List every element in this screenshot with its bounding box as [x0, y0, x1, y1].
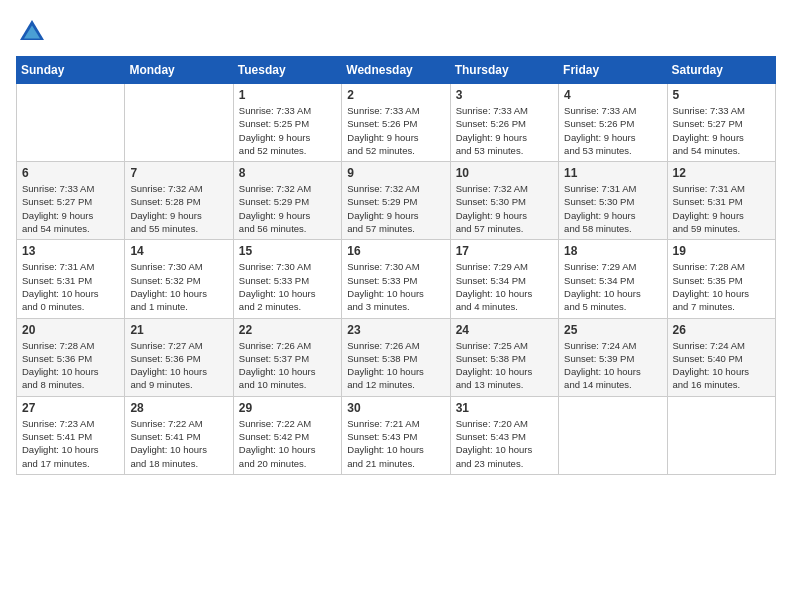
- day-info: Sunrise: 7:20 AM Sunset: 5:43 PM Dayligh…: [456, 417, 553, 470]
- day-number: 13: [22, 244, 119, 258]
- calendar-day-cell: 20Sunrise: 7:28 AM Sunset: 5:36 PM Dayli…: [17, 318, 125, 396]
- day-info: Sunrise: 7:22 AM Sunset: 5:42 PM Dayligh…: [239, 417, 336, 470]
- day-number: 5: [673, 88, 770, 102]
- day-info: Sunrise: 7:29 AM Sunset: 5:34 PM Dayligh…: [456, 260, 553, 313]
- day-info: Sunrise: 7:26 AM Sunset: 5:37 PM Dayligh…: [239, 339, 336, 392]
- calendar-day-cell: 28Sunrise: 7:22 AM Sunset: 5:41 PM Dayli…: [125, 396, 233, 474]
- day-number: 25: [564, 323, 661, 337]
- calendar-day-cell: 30Sunrise: 7:21 AM Sunset: 5:43 PM Dayli…: [342, 396, 450, 474]
- day-info: Sunrise: 7:21 AM Sunset: 5:43 PM Dayligh…: [347, 417, 444, 470]
- day-number: 19: [673, 244, 770, 258]
- day-number: 10: [456, 166, 553, 180]
- calendar-day-cell: [17, 84, 125, 162]
- calendar-day-cell: 18Sunrise: 7:29 AM Sunset: 5:34 PM Dayli…: [559, 240, 667, 318]
- calendar-day-cell: 22Sunrise: 7:26 AM Sunset: 5:37 PM Dayli…: [233, 318, 341, 396]
- weekday-header: Friday: [559, 57, 667, 84]
- day-info: Sunrise: 7:26 AM Sunset: 5:38 PM Dayligh…: [347, 339, 444, 392]
- day-number: 23: [347, 323, 444, 337]
- calendar-day-cell: [667, 396, 775, 474]
- calendar-week-row: 6Sunrise: 7:33 AM Sunset: 5:27 PM Daylig…: [17, 162, 776, 240]
- calendar-day-cell: 10Sunrise: 7:32 AM Sunset: 5:30 PM Dayli…: [450, 162, 558, 240]
- day-number: 31: [456, 401, 553, 415]
- day-info: Sunrise: 7:22 AM Sunset: 5:41 PM Dayligh…: [130, 417, 227, 470]
- day-info: Sunrise: 7:28 AM Sunset: 5:36 PM Dayligh…: [22, 339, 119, 392]
- calendar: SundayMondayTuesdayWednesdayThursdayFrid…: [16, 56, 776, 475]
- day-number: 11: [564, 166, 661, 180]
- day-info: Sunrise: 7:30 AM Sunset: 5:33 PM Dayligh…: [347, 260, 444, 313]
- day-number: 8: [239, 166, 336, 180]
- day-info: Sunrise: 7:33 AM Sunset: 5:27 PM Dayligh…: [22, 182, 119, 235]
- calendar-day-cell: 3Sunrise: 7:33 AM Sunset: 5:26 PM Daylig…: [450, 84, 558, 162]
- calendar-day-cell: 14Sunrise: 7:30 AM Sunset: 5:32 PM Dayli…: [125, 240, 233, 318]
- calendar-day-cell: 26Sunrise: 7:24 AM Sunset: 5:40 PM Dayli…: [667, 318, 775, 396]
- calendar-day-cell: 31Sunrise: 7:20 AM Sunset: 5:43 PM Dayli…: [450, 396, 558, 474]
- day-info: Sunrise: 7:24 AM Sunset: 5:40 PM Dayligh…: [673, 339, 770, 392]
- day-info: Sunrise: 7:33 AM Sunset: 5:26 PM Dayligh…: [456, 104, 553, 157]
- header: [16, 16, 776, 48]
- calendar-week-row: 1Sunrise: 7:33 AM Sunset: 5:25 PM Daylig…: [17, 84, 776, 162]
- calendar-day-cell: 12Sunrise: 7:31 AM Sunset: 5:31 PM Dayli…: [667, 162, 775, 240]
- calendar-week-row: 13Sunrise: 7:31 AM Sunset: 5:31 PM Dayli…: [17, 240, 776, 318]
- calendar-day-cell: 9Sunrise: 7:32 AM Sunset: 5:29 PM Daylig…: [342, 162, 450, 240]
- weekday-header: Monday: [125, 57, 233, 84]
- day-info: Sunrise: 7:30 AM Sunset: 5:32 PM Dayligh…: [130, 260, 227, 313]
- calendar-day-cell: 27Sunrise: 7:23 AM Sunset: 5:41 PM Dayli…: [17, 396, 125, 474]
- day-number: 15: [239, 244, 336, 258]
- day-number: 14: [130, 244, 227, 258]
- calendar-day-cell: 4Sunrise: 7:33 AM Sunset: 5:26 PM Daylig…: [559, 84, 667, 162]
- weekday-header: Tuesday: [233, 57, 341, 84]
- calendar-day-cell: 8Sunrise: 7:32 AM Sunset: 5:29 PM Daylig…: [233, 162, 341, 240]
- calendar-day-cell: 17Sunrise: 7:29 AM Sunset: 5:34 PM Dayli…: [450, 240, 558, 318]
- calendar-week-row: 27Sunrise: 7:23 AM Sunset: 5:41 PM Dayli…: [17, 396, 776, 474]
- logo-icon: [16, 16, 48, 48]
- calendar-header-row: SundayMondayTuesdayWednesdayThursdayFrid…: [17, 57, 776, 84]
- day-info: Sunrise: 7:27 AM Sunset: 5:36 PM Dayligh…: [130, 339, 227, 392]
- day-number: 30: [347, 401, 444, 415]
- calendar-day-cell: 16Sunrise: 7:30 AM Sunset: 5:33 PM Dayli…: [342, 240, 450, 318]
- day-number: 16: [347, 244, 444, 258]
- day-number: 29: [239, 401, 336, 415]
- logo: [16, 16, 52, 48]
- calendar-day-cell: 24Sunrise: 7:25 AM Sunset: 5:38 PM Dayli…: [450, 318, 558, 396]
- calendar-day-cell: 25Sunrise: 7:24 AM Sunset: 5:39 PM Dayli…: [559, 318, 667, 396]
- calendar-day-cell: 23Sunrise: 7:26 AM Sunset: 5:38 PM Dayli…: [342, 318, 450, 396]
- day-number: 12: [673, 166, 770, 180]
- day-info: Sunrise: 7:31 AM Sunset: 5:30 PM Dayligh…: [564, 182, 661, 235]
- day-info: Sunrise: 7:33 AM Sunset: 5:27 PM Dayligh…: [673, 104, 770, 157]
- day-number: 3: [456, 88, 553, 102]
- day-number: 9: [347, 166, 444, 180]
- day-number: 26: [673, 323, 770, 337]
- day-info: Sunrise: 7:31 AM Sunset: 5:31 PM Dayligh…: [22, 260, 119, 313]
- weekday-header: Saturday: [667, 57, 775, 84]
- day-number: 18: [564, 244, 661, 258]
- calendar-day-cell: [125, 84, 233, 162]
- day-info: Sunrise: 7:31 AM Sunset: 5:31 PM Dayligh…: [673, 182, 770, 235]
- calendar-day-cell: 13Sunrise: 7:31 AM Sunset: 5:31 PM Dayli…: [17, 240, 125, 318]
- calendar-day-cell: 1Sunrise: 7:33 AM Sunset: 5:25 PM Daylig…: [233, 84, 341, 162]
- day-info: Sunrise: 7:33 AM Sunset: 5:26 PM Dayligh…: [564, 104, 661, 157]
- day-number: 27: [22, 401, 119, 415]
- day-number: 28: [130, 401, 227, 415]
- day-number: 7: [130, 166, 227, 180]
- day-number: 6: [22, 166, 119, 180]
- calendar-week-row: 20Sunrise: 7:28 AM Sunset: 5:36 PM Dayli…: [17, 318, 776, 396]
- weekday-header: Wednesday: [342, 57, 450, 84]
- day-number: 22: [239, 323, 336, 337]
- day-info: Sunrise: 7:32 AM Sunset: 5:29 PM Dayligh…: [239, 182, 336, 235]
- day-number: 24: [456, 323, 553, 337]
- calendar-day-cell: 19Sunrise: 7:28 AM Sunset: 5:35 PM Dayli…: [667, 240, 775, 318]
- calendar-day-cell: 6Sunrise: 7:33 AM Sunset: 5:27 PM Daylig…: [17, 162, 125, 240]
- day-number: 21: [130, 323, 227, 337]
- day-info: Sunrise: 7:24 AM Sunset: 5:39 PM Dayligh…: [564, 339, 661, 392]
- calendar-day-cell: 5Sunrise: 7:33 AM Sunset: 5:27 PM Daylig…: [667, 84, 775, 162]
- day-info: Sunrise: 7:28 AM Sunset: 5:35 PM Dayligh…: [673, 260, 770, 313]
- calendar-day-cell: 29Sunrise: 7:22 AM Sunset: 5:42 PM Dayli…: [233, 396, 341, 474]
- day-number: 4: [564, 88, 661, 102]
- day-info: Sunrise: 7:33 AM Sunset: 5:25 PM Dayligh…: [239, 104, 336, 157]
- calendar-day-cell: [559, 396, 667, 474]
- day-number: 17: [456, 244, 553, 258]
- day-number: 1: [239, 88, 336, 102]
- day-info: Sunrise: 7:25 AM Sunset: 5:38 PM Dayligh…: [456, 339, 553, 392]
- calendar-day-cell: 11Sunrise: 7:31 AM Sunset: 5:30 PM Dayli…: [559, 162, 667, 240]
- day-info: Sunrise: 7:32 AM Sunset: 5:29 PM Dayligh…: [347, 182, 444, 235]
